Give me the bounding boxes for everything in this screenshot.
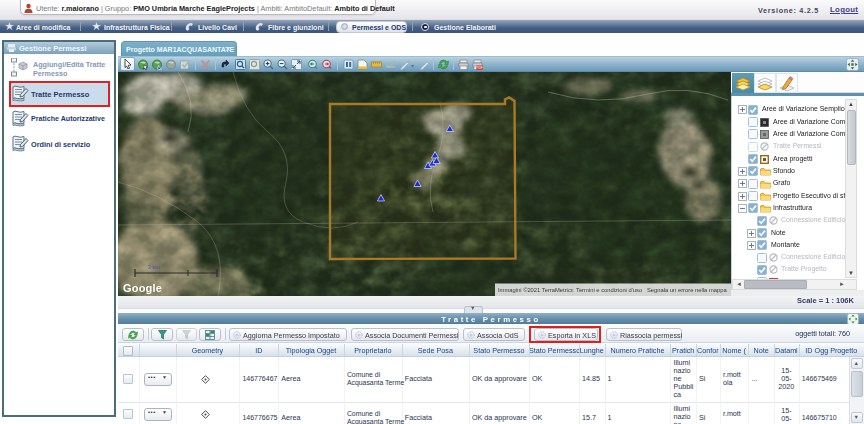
svg-text:Immagini ©2021 TerraMetrics: Immagini ©2021 TerraMetrics: [498, 287, 574, 293]
svg-text:Segnala un errore nella mappa: Segnala un errore nella mappa: [647, 287, 727, 293]
svg-text:PDF: PDF: [476, 66, 482, 70]
svg-text:Google: Google: [123, 282, 162, 294]
svg-text:Termini e condizioni d'uso: Termini e condizioni d'uso: [576, 287, 642, 293]
svg-text:2 km: 2 km: [148, 264, 160, 270]
